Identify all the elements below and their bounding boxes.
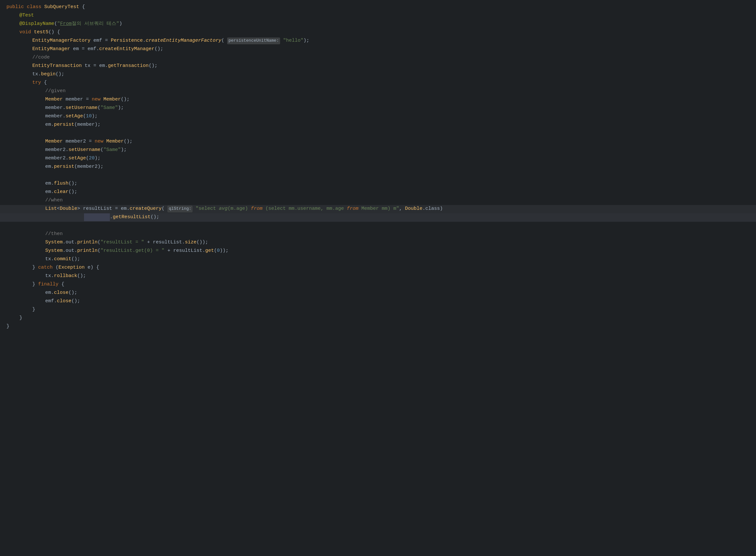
var-result-list: resultList [83,205,115,213]
num-0: 0 [217,247,220,255]
string-same2: "Same" [103,146,121,154]
semi1: ); [303,37,309,45]
type-member2: Member [103,96,121,103]
code-line-22: em.flush(); [0,180,756,188]
method-emf-close: close [57,298,71,305]
comment-code: //code [32,54,50,61]
semi19: (); [71,298,80,305]
close-method: } [20,314,22,322]
paren-open: ( [54,20,57,28]
type-list: List [45,205,57,213]
code-line-5: EntityManagerFactory emf = Persistence.c… [0,37,756,45]
var-em: em [73,45,82,53]
type-member4: Member [106,138,124,145]
code-line-19: member2.setAge(20); [0,154,756,163]
dot2: . [96,45,99,53]
code-line-13: member.setUsername("Same"); [0,104,756,112]
code-line-17: Member member2 = new Member(); [0,138,756,146]
type-emf: EntityManagerFactory [32,37,93,45]
type-member3: Member [45,138,66,145]
concat1: + resultList. [144,239,185,246]
method-flush: flush [54,180,69,187]
dot1: . [143,37,146,45]
paren14: ) { [90,264,99,272]
generic2: > [77,205,83,213]
semi7: ); [92,112,98,120]
method-get: get [205,247,214,255]
dot8: . [66,146,69,154]
code-line-8: EntityTransaction tx = em.getTransaction… [0,62,756,70]
displayname-value: "From절의 서브쿼리 테스" [57,20,119,28]
code-editor: public class SubQueryTest { @Test @Displ… [0,0,756,556]
var-member2a: member2 [66,138,89,145]
dot14: . [63,239,66,246]
space2 [193,205,195,213]
method-create-query: createQuery [129,205,161,213]
param-hint-ql: qlString: [167,206,193,212]
type-persistence: Persistence [111,37,143,45]
string-hello: "hello" [283,37,303,45]
semi5: (); [121,96,129,103]
dot6: . [63,112,66,120]
semi12: (); [69,188,77,196]
paren8: (member2); [74,163,103,171]
var-member3: member [45,112,63,120]
method-get-tx: getTransaction [108,62,149,70]
semi4: (); [55,70,64,78]
paren11: ( [98,247,101,255]
code-line-30: System.out.println("resultList.get(0) = … [0,247,756,255]
var-member2c: member2 [45,154,66,162]
type-system2: System [45,247,63,255]
semi15: )); [220,247,228,255]
code-line-32: } catch (Exception e) { [0,264,756,272]
method-commit: commit [54,255,71,263]
code-line-blank1 [0,129,756,138]
code-line-36: emf.close(); [0,298,756,306]
type-exception: Exception [59,264,87,272]
code-line-7: //code [0,54,756,62]
var-em6: em [45,188,51,196]
dot13: . [127,205,129,213]
dot16: . [63,247,66,255]
var-out2: out [66,247,74,255]
paren3: ( [98,104,101,112]
var-em5: em [45,180,51,187]
var-em7: em [121,205,127,213]
code-line-18: member2.setUsername("Same"); [0,146,756,154]
dot11: . [51,180,54,187]
kw-new2: new [95,138,106,145]
string-result-list1: "resultList = " [101,239,144,246]
generic1: < [57,205,60,213]
code-line-26: .getResultList(); [0,213,756,222]
code-line-10: try { [0,79,756,87]
comma1: , [399,205,405,213]
comment-then: //then [45,230,63,238]
code-line-2: @Test [0,12,756,20]
paren12: ( [214,247,217,255]
var-member2: member [45,104,63,112]
method-create-emf: createEntityManagerFactory [146,37,221,45]
space1 [280,37,283,45]
method-set-username2: setUsername [69,146,101,154]
method-persist2: persist [54,163,74,171]
code-line-3: @DisplayName("From절의 서브쿼리 테스") [0,20,756,29]
semi14: ()); [196,239,208,246]
eq6: = [115,205,121,213]
annotation-test: @Test [20,12,34,20]
var-tx2: tx [32,70,38,78]
var-tx4: tx [45,272,51,280]
semi2: (); [154,45,163,53]
dot12: . [51,188,54,196]
var-emf2: emf [87,45,96,53]
method-set-age1: setAge [66,112,83,120]
dot17: . [74,247,77,255]
method-begin: begin [41,70,55,78]
annotation-displayname: @DisplayName [20,20,54,28]
code-line-28: //then [0,230,756,239]
close-try: } [32,264,38,272]
code-line-blank3 [0,222,756,230]
keyword-void: void [20,29,34,36]
dot20: . [51,289,54,297]
paren9: ( [161,205,167,213]
var-out1: out [66,239,74,246]
